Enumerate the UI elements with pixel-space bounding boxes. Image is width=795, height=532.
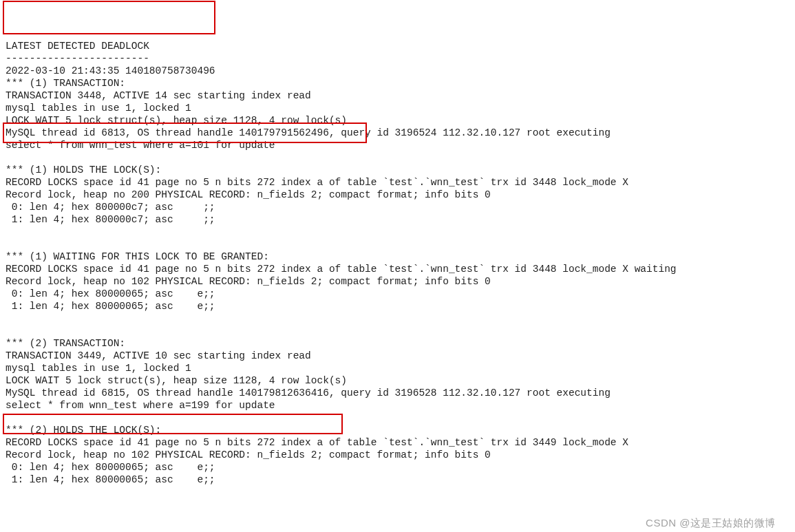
watermark-text: CSDN @这是王姑娘的微博 <box>646 517 776 529</box>
log-output: ------------------------ LATEST DETECTED… <box>6 28 789 486</box>
